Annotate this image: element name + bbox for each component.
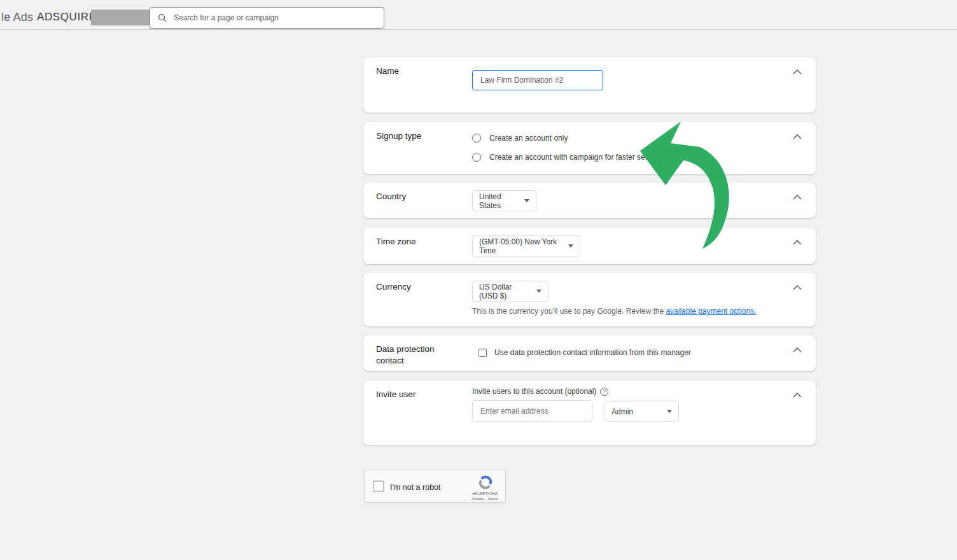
data-protection-checkbox-label: Use data protection contact information … <box>494 348 691 357</box>
currency-section-card: Currency US Dollar (USD $) This is the c… <box>363 273 816 326</box>
search-bar[interactable] <box>150 7 384 29</box>
time-zone-select-value: (GMT-05:00) New York Time <box>479 237 562 255</box>
time-zone-label: Time zone <box>376 236 416 248</box>
invite-users-field-label-row: Invite users to this account (optional) … <box>472 387 608 396</box>
dropdown-caret-icon <box>524 199 529 202</box>
currency-helper-prefix: This is the currency you'll use to pay G… <box>472 307 666 316</box>
radio-button-icon[interactable] <box>472 134 481 143</box>
collapse-country-button[interactable] <box>792 191 803 202</box>
invite-users-field-label: Invite users to this account (optional) <box>472 387 596 396</box>
signup-option-label: Create an account with campaign for fast… <box>489 153 655 162</box>
account-name-input[interactable] <box>472 70 603 90</box>
data-protection-label: Data protection contact <box>376 344 440 367</box>
chevron-up-icon <box>793 389 802 400</box>
top-app-bar: le Ads ADSQUIRE <box>0 0 957 30</box>
currency-label: Currency <box>376 281 411 293</box>
recaptcha-logo-icon <box>477 473 494 491</box>
data-protection-checkbox-row[interactable]: Use data protection contact information … <box>478 348 691 357</box>
invite-user-label: Invite user <box>376 389 416 400</box>
recaptcha-checkbox-label: I'm not a robot <box>390 483 441 492</box>
recaptcha-brand-text: reCAPTCHA <box>468 491 501 496</box>
chevron-up-icon <box>793 236 802 248</box>
country-select-value: United States <box>479 192 518 210</box>
name-section-card: Name <box>363 57 816 113</box>
time-zone-section-card: Time zone (GMT-05:00) New York Time <box>363 228 816 264</box>
country-label: Country <box>376 191 406 202</box>
search-input[interactable] <box>172 13 376 23</box>
chevron-up-icon <box>793 344 802 355</box>
dropdown-caret-icon <box>568 244 573 248</box>
search-icon <box>158 13 167 22</box>
radio-button-icon[interactable] <box>472 153 481 162</box>
checkbox-icon[interactable] <box>478 349 487 357</box>
invite-role-select-value: Admin <box>611 407 633 416</box>
time-zone-select[interactable]: (GMT-05:00) New York Time <box>472 235 580 256</box>
signup-type-label: Signup type <box>376 130 421 142</box>
available-payment-options-link[interactable]: available payment options. <box>666 307 756 316</box>
signup-option-with-campaign[interactable]: Create an account with campaign for fast… <box>472 153 655 162</box>
currency-select[interactable]: US Dollar (USD $) <box>472 281 548 302</box>
help-icon[interactable]: ? <box>600 388 608 396</box>
recaptcha-privacy-terms-links[interactable]: Privacy · Terms <box>468 497 501 501</box>
country-select[interactable]: United States <box>472 190 536 211</box>
currency-helper-text: This is the currency you'll use to pay G… <box>472 307 757 316</box>
data-protection-section-card: Data protection contact Use data protect… <box>363 335 816 371</box>
chevron-up-icon <box>793 281 802 293</box>
collapse-name-button[interactable] <box>792 66 803 77</box>
collapse-invite-user-button[interactable] <box>792 389 803 400</box>
chevron-up-icon <box>793 130 802 142</box>
country-section-card: Country United States <box>363 183 816 218</box>
name-label: Name <box>376 66 399 77</box>
chevron-up-icon <box>793 191 802 202</box>
collapse-data-protection-button[interactable] <box>792 344 803 355</box>
invite-role-select[interactable]: Admin <box>604 401 679 422</box>
redacted-account-id <box>91 10 150 25</box>
invite-user-section-card: Invite user Invite users to this account… <box>363 381 816 445</box>
signup-option-account-only[interactable]: Create an account only <box>472 134 568 143</box>
recaptcha-checkbox[interactable] <box>373 480 384 492</box>
account-name: ADSQUIRE <box>37 11 97 24</box>
chevron-up-icon <box>793 66 802 77</box>
recaptcha-widget: I'm not a robot reCAPTCHA Privacy · Term… <box>364 470 506 503</box>
signup-type-section-card: Signup type Create an account only Creat… <box>363 122 816 174</box>
collapse-currency-button[interactable] <box>792 281 803 293</box>
dropdown-caret-icon <box>536 290 541 293</box>
dropdown-caret-icon <box>667 410 672 413</box>
currency-select-value: US Dollar (USD $) <box>479 283 530 300</box>
google-ads-brand-text: le Ads <box>1 11 33 24</box>
invite-email-input[interactable] <box>472 400 592 422</box>
collapse-time-zone-button[interactable] <box>792 236 803 248</box>
signup-option-label: Create an account only <box>489 134 568 143</box>
collapse-signup-type-button[interactable] <box>792 130 803 142</box>
